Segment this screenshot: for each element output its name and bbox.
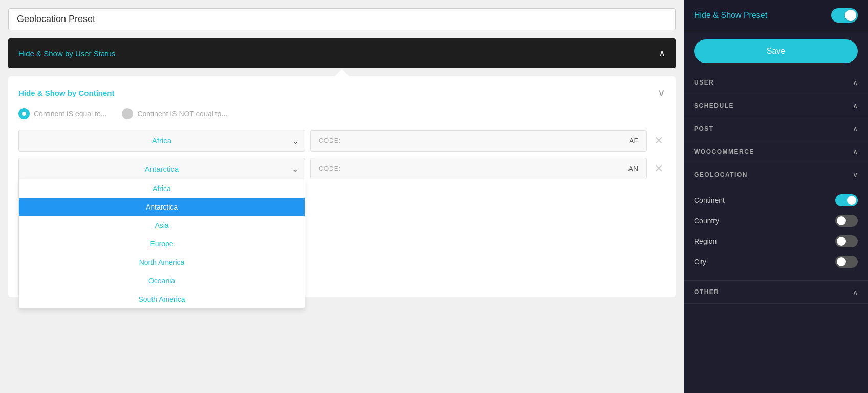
sidebar-section-post: POST ∧ bbox=[684, 117, 868, 140]
continent-row-2: Antarctica ⌄ Africa Antarctica Asia Euro… bbox=[18, 158, 665, 179]
sidebar-section-other-label: OTHER bbox=[694, 288, 720, 296]
geo-item-country: Country bbox=[694, 211, 858, 231]
continent-section: Hide & Show by Continent ∨ Continent IS … bbox=[8, 76, 676, 297]
sidebar-section-woocommerce: WOOCOMMERCE ∧ bbox=[684, 140, 868, 163]
sidebar-section-woocommerce-header[interactable]: WOOCOMMERCE ∧ bbox=[684, 140, 868, 163]
user-status-bar[interactable]: Hide & Show by User Status ∧ bbox=[8, 38, 676, 68]
continent-radio-group: Continent IS equal to... Continent IS NO… bbox=[18, 108, 665, 119]
radio-is-equal[interactable]: Continent IS equal to... bbox=[18, 108, 106, 119]
sidebar-section-schedule: SCHEDULE ∧ bbox=[684, 94, 868, 117]
geo-region-toggle[interactable] bbox=[835, 235, 858, 247]
radio-is-not-equal-dot bbox=[122, 108, 133, 119]
geo-item-city: City bbox=[694, 252, 858, 272]
radio-is-not-equal[interactable]: Continent IS NOT equal to... bbox=[122, 108, 227, 119]
dropdown-item-africa[interactable]: Africa bbox=[19, 179, 305, 198]
sidebar-section-schedule-label: SCHEDULE bbox=[694, 102, 734, 109]
sidebar-section-user-label: USER bbox=[694, 79, 714, 86]
other-section-chevron-icon: ∧ bbox=[853, 288, 858, 296]
geo-city-label: City bbox=[694, 258, 706, 266]
dropdown-item-europe[interactable]: Europe bbox=[19, 235, 305, 253]
user-status-chevron-icon: ∧ bbox=[659, 48, 665, 59]
sidebar-section-geolocation: GEOLOCATION ∨ Continent Country Region C… bbox=[684, 163, 868, 281]
sidebar-section-post-header[interactable]: POST ∧ bbox=[684, 117, 868, 140]
preset-title-input[interactable] bbox=[8, 8, 676, 30]
woocommerce-section-chevron-icon: ∧ bbox=[853, 148, 858, 156]
continent-header: Hide & Show by Continent ∨ bbox=[18, 87, 665, 99]
dropdown-item-north-america[interactable]: North America bbox=[19, 253, 305, 272]
continent-select-1[interactable]: Africa Antarctica Asia Europe North Amer… bbox=[18, 130, 305, 152]
continent-select-2-display[interactable]: Antarctica ⌄ bbox=[18, 158, 305, 179]
code-label-1: CODE: bbox=[319, 137, 341, 144]
sidebar-header: Hide & Show Preset bbox=[684, 0, 868, 31]
continent-select-wrapper-2: Antarctica ⌄ Africa Antarctica Asia Euro… bbox=[18, 158, 305, 179]
sidebar-section-user: USER ∧ bbox=[684, 71, 868, 94]
remove-row-1-button[interactable]: ✕ bbox=[652, 132, 665, 150]
code-value-1: AF bbox=[629, 137, 638, 145]
continent-select-2-chevron-icon: ⌄ bbox=[292, 164, 298, 174]
dropdown-item-south-america[interactable]: South America bbox=[19, 290, 305, 308]
schedule-section-chevron-icon: ∧ bbox=[853, 101, 858, 110]
main-content: Hide & Show by User Status ∧ Hide & Show… bbox=[0, 0, 684, 393]
continent-row-1: Africa Antarctica Asia Europe North Amer… bbox=[18, 130, 665, 152]
radio-is-not-equal-label: Continent IS NOT equal to... bbox=[137, 110, 227, 118]
dropdown-item-antarctica[interactable]: Antarctica bbox=[19, 198, 305, 216]
continent-dropdown-2: Africa Antarctica Asia Europe North Amer… bbox=[18, 179, 305, 309]
geo-item-region: Region bbox=[694, 231, 858, 252]
geo-country-label: Country bbox=[694, 217, 719, 225]
continent-section-collapse-button[interactable]: ∨ bbox=[658, 87, 665, 99]
sidebar-section-other-header[interactable]: OTHER ∧ bbox=[684, 281, 868, 303]
geolocation-items: Continent Country Region City bbox=[684, 186, 868, 280]
dropdown-item-asia[interactable]: Asia bbox=[19, 216, 305, 235]
sidebar-section-geolocation-header[interactable]: GEOLOCATION ∨ bbox=[684, 163, 868, 186]
geo-region-label: Region bbox=[694, 237, 717, 245]
code-label-2: CODE: bbox=[319, 165, 341, 172]
geo-continent-toggle[interactable] bbox=[835, 194, 858, 206]
geo-city-toggle[interactable] bbox=[835, 256, 858, 268]
dropdown-item-oceania[interactable]: Oceania bbox=[19, 272, 305, 290]
code-value-2: AN bbox=[628, 164, 638, 173]
post-section-chevron-icon: ∧ bbox=[853, 125, 858, 133]
save-button[interactable]: Save bbox=[694, 39, 858, 63]
geolocation-section-chevron-icon: ∨ bbox=[853, 171, 858, 179]
sidebar-section-woocommerce-label: WOOCOMMERCE bbox=[694, 148, 754, 155]
user-status-bar-title: Hide & Show by User Status bbox=[18, 49, 115, 58]
remove-row-2-button[interactable]: ✕ bbox=[652, 160, 665, 177]
continent-code-box-2: CODE: AN bbox=[310, 158, 647, 179]
sidebar-header-title: Hide & Show Preset bbox=[694, 11, 767, 20]
sidebar-section-user-header[interactable]: USER ∧ bbox=[684, 71, 868, 94]
geo-continent-label: Continent bbox=[694, 196, 725, 204]
preset-toggle[interactable] bbox=[831, 8, 858, 23]
sidebar-section-other: OTHER ∧ bbox=[684, 281, 868, 304]
geo-country-toggle[interactable] bbox=[835, 215, 858, 227]
radio-is-equal-label: Continent IS equal to... bbox=[34, 110, 106, 118]
sidebar-section-schedule-header[interactable]: SCHEDULE ∧ bbox=[684, 94, 868, 117]
geo-item-continent: Continent bbox=[694, 190, 858, 211]
right-sidebar: Hide & Show Preset Save USER ∧ SCHEDULE … bbox=[684, 0, 868, 393]
continent-select-wrapper-1: Africa Antarctica Asia Europe North Amer… bbox=[18, 130, 305, 152]
user-section-chevron-icon: ∧ bbox=[853, 78, 858, 87]
radio-is-equal-dot bbox=[18, 108, 30, 119]
section-pointer bbox=[335, 69, 349, 76]
continent-section-title: Hide & Show by Continent bbox=[18, 89, 115, 97]
continent-code-box-1: CODE: AF bbox=[310, 130, 647, 152]
sidebar-section-geolocation-label: GEOLOCATION bbox=[694, 171, 748, 178]
sidebar-section-post-label: POST bbox=[694, 125, 714, 132]
